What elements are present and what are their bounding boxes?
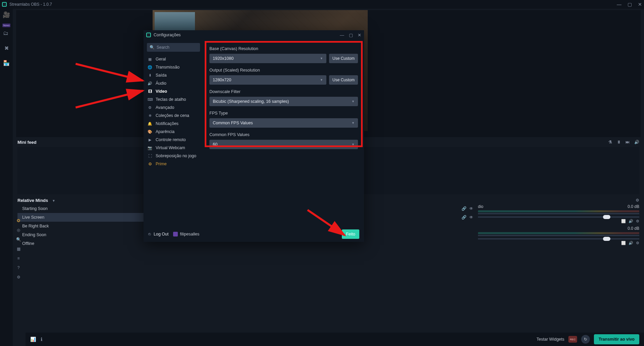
logout-label: Log Out xyxy=(154,232,168,236)
skip-icon[interactable]: ⏭ xyxy=(626,140,630,144)
category-icon: 🎨 xyxy=(148,130,152,134)
settings-dialog: Configurações — ▢ ✕ 🔍 Search ▦Geral🌐Tran… xyxy=(144,30,364,242)
mixer-name: dio xyxy=(478,204,483,209)
link-icon[interactable]: 🔗 xyxy=(461,215,467,220)
dialog-logo-icon xyxy=(146,33,151,37)
fpstype-select[interactable]: Common FPS Values▼ xyxy=(209,118,358,128)
settings-category-virtual-webcam[interactable]: 📷Virtual Webcam xyxy=(147,144,200,152)
settings-category-áudio[interactable]: 🔊Áudio xyxy=(147,79,200,87)
mixer-speaker-icon[interactable]: 🔊 xyxy=(629,219,633,223)
settings-category-coleções-de-cena[interactable]: ❄Coleções de cena xyxy=(147,112,200,120)
star-icon[interactable]: ✪ xyxy=(17,218,20,223)
category-label: Coleções de cena xyxy=(156,113,189,118)
category-label: Controle remoto xyxy=(156,137,186,142)
log-out-button[interactable]: ⎋ Log Out xyxy=(148,232,168,236)
pause-icon[interactable]: ⏸ xyxy=(617,140,621,144)
settings-category-vídeo[interactable]: 🎞Vídeo xyxy=(147,87,200,95)
dialog-minimize-icon[interactable]: — xyxy=(340,33,344,38)
studio-icon[interactable]: 🎥 xyxy=(3,11,10,18)
settings-category-notificações[interactable]: 🔔Notificações xyxy=(147,120,200,128)
filter-icon[interactable]: ⚗ xyxy=(608,140,612,144)
apps-icon[interactable]: ▦ xyxy=(17,247,21,251)
help-icon[interactable]: ? xyxy=(17,265,20,270)
settings-icon[interactable]: ⚙ xyxy=(17,275,21,279)
mixer-toggle-icon[interactable]: ⬜ xyxy=(621,219,626,223)
downscale-value: Bicubic (Sharpened scaling, 16 samples) xyxy=(213,99,289,104)
store-icon[interactable]: 🏪 xyxy=(3,59,10,66)
settings-category-sobreposição-no-jogo[interactable]: ⛶Sobreposição no jogo xyxy=(147,152,200,160)
search-small-icon[interactable]: 🔍 xyxy=(16,237,21,242)
settings-category-teclas-de-atalho[interactable]: ⌨Teclas de atalho xyxy=(147,95,200,103)
profile-name[interactable]: Relative Minds ▼ xyxy=(17,198,55,203)
settings-category-transmissão[interactable]: 🌐Transmissão xyxy=(147,63,200,71)
settings-category-avançado[interactable]: ⚙Avançado xyxy=(147,103,200,112)
info-icon[interactable]: ℹ xyxy=(41,337,42,342)
minimize-icon[interactable]: — xyxy=(617,2,621,7)
category-label: Sobreposição no jogo xyxy=(156,154,196,158)
side-mini-icons: ✪ ◎ 🔍 ▦ ≡ ? ⚙ xyxy=(14,218,23,279)
category-icon: 📷 xyxy=(148,146,152,150)
settings-category-geral[interactable]: ▦Geral xyxy=(147,55,200,63)
downscale-select[interactable]: Bicubic (Sharpened scaling, 16 samples)▼ xyxy=(209,97,358,106)
category-icon: 🎞 xyxy=(148,89,152,93)
mixer-gear-icon[interactable]: ⚙ xyxy=(636,219,639,223)
eye-icon[interactable]: 👁 xyxy=(469,215,473,220)
editor-cross-icon[interactable]: ✖ xyxy=(3,45,10,51)
eye-icon[interactable]: 👁 xyxy=(469,206,473,211)
panel-settings-icon[interactable]: ⚙ xyxy=(636,198,639,203)
category-icon: 🔊 xyxy=(148,81,152,86)
layouts-icon-wrap[interactable]: Novo 🗂 xyxy=(2,26,11,37)
fpsvals-select[interactable]: 60▼ xyxy=(209,140,358,149)
replay-buffer-button[interactable]: ↻ xyxy=(581,335,590,344)
bottom-bar: 📊 ℹ Testar Widgets REC ↻ Transmitir ao v… xyxy=(26,333,644,346)
globe-icon[interactable]: ◎ xyxy=(17,228,20,232)
vu-meter xyxy=(478,232,639,234)
maximize-icon[interactable]: ▢ xyxy=(628,2,632,7)
chevron-down-icon: ▼ xyxy=(352,100,355,103)
use-custom-button-2[interactable]: Use Custom xyxy=(329,75,358,85)
category-label: Virtual Webcam xyxy=(156,145,185,150)
novo-badge: Novo xyxy=(2,24,11,27)
done-button[interactable]: Feito xyxy=(342,229,359,239)
mixer-channel: 0.0 dB⬜🔊⚙ xyxy=(478,226,639,245)
volume-slider[interactable] xyxy=(478,238,639,240)
settings-category-saída[interactable]: ⬇Saída xyxy=(147,71,200,79)
mute-icon[interactable]: 🔊 xyxy=(634,140,639,144)
logout-icon: ⎋ xyxy=(148,232,151,236)
vu-meter-2 xyxy=(478,235,639,236)
vu-meter xyxy=(478,210,639,212)
layouts-icon[interactable]: 🗂 xyxy=(2,30,9,37)
out-res-select[interactable]: 1280x720▼ xyxy=(209,75,326,85)
mixer-speaker-icon[interactable]: 🔊 xyxy=(629,241,633,245)
window-controls: — ▢ ✕ xyxy=(617,2,642,7)
bars-icon[interactable]: ≡ xyxy=(17,256,19,261)
close-icon[interactable]: ✕ xyxy=(638,2,642,7)
dialog-footer: ⎋ Log Out filipesalles Feito xyxy=(144,226,364,242)
use-custom-button[interactable]: Use Custom xyxy=(329,54,358,63)
dialog-maximize-icon[interactable]: ▢ xyxy=(349,33,353,38)
chevron-down-icon: ▼ xyxy=(352,121,355,125)
settings-category-prime[interactable]: ✪Prime xyxy=(147,160,200,168)
mixer-gear-icon[interactable]: ⚙ xyxy=(636,241,639,245)
link-icon[interactable]: 🔗 xyxy=(461,206,467,211)
dialog-close-icon[interactable]: ✕ xyxy=(358,33,361,38)
mixer-toggle-icon[interactable]: ⬜ xyxy=(621,241,626,245)
username-label: filipesalles xyxy=(180,232,199,236)
dialog-title: Configurações xyxy=(154,33,181,37)
test-widgets-button[interactable]: Testar Widgets xyxy=(536,337,564,342)
base-res-select[interactable]: 1920x1080▼ xyxy=(209,54,326,63)
stats-icon[interactable]: 📊 xyxy=(30,337,36,342)
go-live-button[interactable]: Transmitir ao vivo xyxy=(594,334,639,344)
mixer-panel: dio0.0 dB⬜🔊⚙0.0 dB⬜🔊⚙ xyxy=(478,204,639,265)
settings-category-aparência[interactable]: 🎨Aparência xyxy=(147,128,200,136)
search-input[interactable]: 🔍 Search xyxy=(147,43,200,52)
category-label: Prime xyxy=(156,162,167,166)
fpstype-value: Common FPS Values xyxy=(213,121,253,125)
chevron-down-icon[interactable]: ▼ xyxy=(52,199,55,203)
record-button[interactable]: REC xyxy=(568,336,577,343)
volume-slider[interactable] xyxy=(478,216,639,218)
base-res-label: Base (Canvas) Resolution xyxy=(209,46,358,51)
out-res-value: 1280x720 xyxy=(213,78,231,82)
fpstype-label: FPS Type xyxy=(209,111,358,116)
settings-category-controle-remoto[interactable]: ▶Controle remoto xyxy=(147,136,200,144)
